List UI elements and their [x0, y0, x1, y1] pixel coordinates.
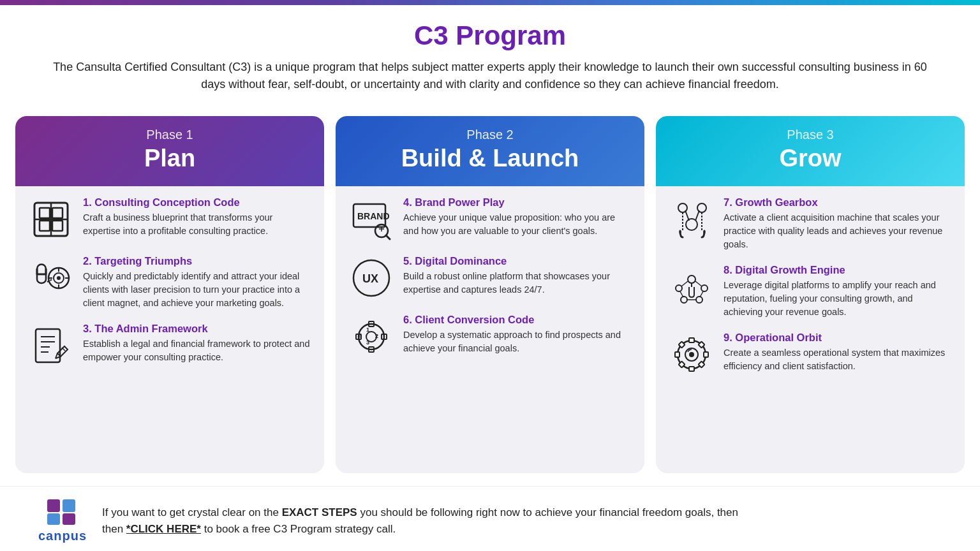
footer-cta-link[interactable]: *CLICK HERE* — [126, 523, 201, 535]
svg-text:UX: UX — [362, 272, 378, 285]
item-2: 2. Targeting Triumphs Quickly and predic… — [28, 255, 311, 310]
digital-hand-icon — [669, 264, 715, 310]
svg-text:BRAND: BRAND — [357, 211, 390, 221]
phase-3-num: Phase 3 — [669, 128, 952, 142]
blueprint-icon — [28, 196, 74, 242]
item-1: 1. Consulting Conception Code Craft a bu… — [28, 196, 311, 242]
svg-rect-4 — [52, 221, 63, 231]
svg-point-53 — [701, 285, 708, 291]
svg-line-58 — [680, 291, 683, 297]
item-4: BRAND 4. Brand Power Play Achieve your u… — [348, 196, 632, 242]
svg-rect-66 — [675, 352, 679, 357]
magnet-people-icon — [669, 196, 715, 242]
footer-text-middle: you should be following right now to ach… — [357, 506, 738, 518]
phase-2-column: Phase 2 Build & Launch BRAND — [336, 116, 644, 473]
svg-point-72 — [689, 352, 694, 357]
svg-rect-2 — [52, 208, 63, 218]
phase-2-items: BRAND 4. Brand Power Play Achieve your u… — [336, 186, 644, 473]
svg-line-45 — [685, 210, 689, 221]
phase-1-header: Phase 1 Plan — [15, 116, 324, 186]
phase-3-header: Phase 3 Grow — [656, 116, 965, 186]
item-8-title: 8. Digital Growth Engine — [724, 264, 952, 276]
phase-2-header: Phase 2 Build & Launch — [336, 116, 644, 186]
svg-line-46 — [695, 210, 699, 221]
item-2-text: 2. Targeting Triumphs Quickly and predic… — [83, 255, 311, 310]
phase-1-column: Phase 1 Plan 1. Consulting — [15, 116, 324, 473]
svg-point-55 — [696, 297, 702, 303]
item-5-text: 5. Digital Dominance Build a robust onli… — [403, 255, 632, 297]
svg-text:2: 2 — [375, 333, 378, 339]
item-3-text: 3. The Admin Framework Establish a legal… — [83, 323, 311, 364]
item-5-title: 5. Digital Dominance — [403, 255, 632, 267]
item-7: 7. Growth Gearbox Activate a client acqu… — [669, 196, 952, 251]
svg-text:1: 1 — [366, 327, 369, 333]
svg-rect-67 — [704, 352, 708, 357]
phases-container: Phase 1 Plan 1. Consulting — [0, 103, 980, 486]
svg-point-10 — [57, 276, 61, 280]
brand-icon: BRAND — [348, 196, 394, 242]
footer-text: If you want to get crystal clear on the … — [102, 504, 738, 537]
canpus-logo-icon — [46, 498, 79, 526]
phase-1-num: Phase 1 — [28, 128, 311, 142]
phase-1-items: 1. Consulting Conception Code Craft a bu… — [15, 186, 324, 473]
top-bar — [0, 0, 980, 5]
item-5-desc: Build a robust online platform that show… — [403, 270, 632, 297]
canpus-logo-text: canpus — [38, 529, 87, 543]
svg-point-54 — [681, 297, 687, 303]
svg-line-59 — [700, 291, 703, 297]
item-7-desc: Activate a client acquisition machine th… — [724, 211, 952, 251]
phase-2-num: Phase 2 — [348, 128, 632, 142]
footer-text-bold: EXACT STEPS — [282, 506, 357, 518]
item-9: 9. Operational Orbit Create a seamless o… — [669, 332, 952, 378]
item-1-title: 1. Consulting Conception Code — [83, 196, 311, 209]
svg-point-51 — [688, 276, 695, 283]
footer-text-after: to book a free C3 Program strategy call — [201, 523, 392, 535]
item-2-desc: Quickly and predictably identify and att… — [83, 270, 311, 310]
svg-text:3: 3 — [366, 339, 369, 346]
item-6: 1 3 2 4 6. Client Conversion Code Develo… — [348, 314, 632, 360]
svg-rect-75 — [47, 513, 60, 525]
item-6-desc: Develop a systematic approach to find pr… — [403, 328, 632, 355]
phase-3-column: Phase 3 Grow — [656, 116, 965, 473]
svg-point-32 — [359, 324, 384, 349]
footer-text-before: If you want to get crystal clear on the — [102, 506, 282, 518]
item-8: 8. Digital Growth Engine Leverage digita… — [669, 264, 952, 319]
item-1-text: 1. Consulting Conception Code Craft a bu… — [83, 196, 311, 238]
item-4-text: 4. Brand Power Play Achieve your unique … — [403, 196, 632, 238]
svg-rect-73 — [47, 499, 60, 512]
phase-3-items: 7. Growth Gearbox Activate a client acqu… — [656, 186, 965, 473]
item-3-title: 3. The Admin Framework — [83, 323, 311, 335]
phase-3-name: Grow — [669, 145, 952, 172]
gear-numbers-icon: 1 3 2 4 — [348, 314, 394, 360]
item-8-text: 8. Digital Growth Engine Leverage digita… — [724, 264, 952, 319]
svg-rect-74 — [63, 499, 75, 512]
item-9-desc: Create a seamless operational system tha… — [724, 346, 952, 373]
phase-2-name: Build & Launch — [348, 145, 632, 172]
item-1-desc: Craft a business blueprint that transfor… — [83, 211, 311, 238]
header: C3 Program The Cansulta Certified Consul… — [0, 5, 980, 103]
svg-rect-1 — [40, 208, 50, 218]
item-6-text: 6. Client Conversion Code Develop a syst… — [403, 314, 632, 355]
svg-line-27 — [386, 235, 390, 239]
item-7-title: 7. Growth Gearbox — [724, 196, 952, 209]
item-3-desc: Establish a legal and financial framewor… — [83, 337, 311, 364]
svg-line-56 — [681, 281, 688, 286]
phase-1-name: Plan — [28, 145, 311, 172]
item-9-text: 9. Operational Orbit Create a seamless o… — [724, 332, 952, 373]
item-2-title: 2. Targeting Triumphs — [83, 255, 311, 267]
svg-text:4: 4 — [359, 333, 362, 339]
svg-line-57 — [695, 281, 702, 286]
footer-text-end: . — [392, 523, 396, 535]
item-4-desc: Achieve your unique value proposition: w… — [403, 211, 632, 238]
svg-point-52 — [676, 285, 682, 291]
item-7-text: 7. Growth Gearbox Activate a client acqu… — [724, 196, 952, 251]
magnet-target-icon — [28, 255, 74, 301]
item-3: 3. The Admin Framework Establish a legal… — [28, 323, 311, 369]
canpus-logo: canpus — [38, 498, 87, 543]
item-5: UX 5. Digital Dominance Build a robust o… — [348, 255, 632, 301]
item-4-title: 4. Brand Power Play — [403, 196, 632, 209]
gear-circle-icon — [669, 332, 715, 378]
svg-rect-65 — [689, 367, 694, 371]
page-title: C3 Program — [38, 20, 942, 51]
doc-edit-icon — [28, 323, 74, 369]
